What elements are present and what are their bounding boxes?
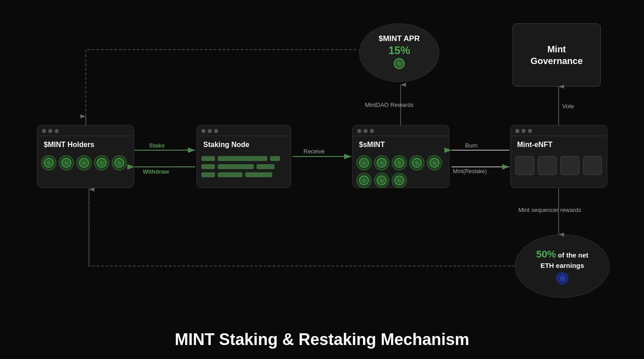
svg-text:↻: ↻ [397,60,402,67]
svg-text:↻: ↻ [65,161,69,166]
smint-coin-2: ↻ [374,155,389,170]
svg-text:↻: ↻ [100,161,104,166]
apr-title: $MINT APR [379,34,420,43]
staking-rows [197,152,291,181]
bar-long-1 [218,156,267,161]
bar-short-3 [201,164,215,169]
smint-coin-3: ↻ [392,155,407,170]
card-staking: Staking Node [196,125,291,188]
svg-text:↻: ↻ [380,178,384,184]
smint-coin-1: ↻ [356,155,372,170]
holders-coins: ↻ ↻ ↻ ↻ ↻ [37,152,134,173]
card-holders: $MINT Holders ↻ ↻ ↻ ↻ ↻ [37,125,134,188]
svg-text:⬡: ⬡ [560,276,565,281]
svg-text:↻: ↻ [415,161,419,166]
apr-icon: ↻ [393,58,405,72]
enft-sq-1 [515,156,534,175]
bar-short-4 [257,164,275,169]
smint-coin-5: ↻ [427,155,442,170]
smint-coin-4: ↻ [409,155,425,170]
label-vote: Vote [562,103,574,110]
svg-text:↻: ↻ [397,161,401,166]
enft-squares [511,152,607,179]
staking-row-2 [201,164,286,169]
card-enft: Mint-eNFT [510,125,607,188]
staking-titlebar [197,125,291,136]
dot3 [55,129,59,133]
card-smint: $sMINT ↻ ↻ ↻ ↻ ↻ ↻ ↻ ↻ [352,125,449,188]
coin-3: ↻ [76,155,92,170]
coin-4: ↻ [94,155,109,170]
enft-sq-2 [538,156,557,175]
bottom-title: MINT Staking & Restaking Mechanism [0,330,644,349]
svg-text:↻: ↻ [47,161,51,166]
smint-coin-6: ↻ [356,173,372,188]
staking-title: Staking Node [197,136,291,152]
smint-title: $sMINT [353,136,449,152]
governance-box: Mint Governance [513,23,601,87]
bar-short-1 [201,156,215,161]
dot8 [364,129,368,133]
dot12 [528,129,532,133]
coin-1: ↻ [41,155,56,170]
dot2 [48,129,52,133]
enft-titlebar [511,125,607,136]
smint-coins: ↻ ↻ ↻ ↻ ↻ ↻ ↻ ↻ [353,152,449,191]
bar-short-2 [270,156,280,161]
apr-percent: 15% [388,44,410,57]
eth-percent: 50% [536,249,556,260]
bar-short-5 [201,172,215,177]
svg-text:↻: ↻ [380,161,384,166]
smint-coin-8: ↻ [392,173,407,188]
svg-text:↻: ↻ [82,161,86,166]
smint-coin-7: ↻ [374,173,389,188]
enft-sq-3 [560,156,579,175]
dot5 [208,129,212,133]
holders-titlebar [37,125,134,136]
label-mint-restake: Mint(Restake) [453,168,487,175]
label-stake: Stake [149,142,165,149]
governance-text: Mint Governance [531,43,583,67]
eth-oval: 50% of the net ETH earnings ⬡ [515,235,610,298]
eth-line1: of the net [558,251,588,259]
svg-text:↻: ↻ [362,161,366,166]
svg-text:↻: ↻ [397,178,401,184]
dot11 [522,129,526,133]
label-mint-seq: Mint sequencer rewards [518,207,581,213]
coin-2: ↻ [59,155,74,170]
svg-text:↻: ↻ [117,161,121,166]
holders-title: $MINT Holders [37,136,134,152]
eth-icon: ⬡ [556,272,569,285]
label-receive: Receive [303,148,325,155]
staking-row-3 [201,172,286,177]
enft-title: Mint-eNFT [511,136,607,152]
coin-5: ↻ [112,155,127,170]
dot1 [42,129,46,133]
label-withdraw: Withdraw [143,168,169,175]
svg-text:↻: ↻ [433,161,437,166]
dot9 [370,129,374,133]
diagram: $MINT APR 15% ↻ Mint Governance $MINT Ho… [0,0,644,359]
dot4 [201,129,205,133]
dot6 [214,129,218,133]
bar-short-6 [245,172,272,177]
svg-text:↻: ↻ [362,178,366,184]
enft-sq-4 [583,156,602,175]
eth-line2: ETH earnings [541,262,584,269]
bar-long-3 [218,172,243,177]
dot10 [515,129,519,133]
smint-titlebar [353,125,449,136]
label-burn: Burn [465,142,477,149]
staking-row-1 [201,156,286,161]
dot7 [357,129,361,133]
label-mintdao: MintDAO Rewards [365,101,414,108]
eth-text: 50% of the net ETH earnings [536,248,588,270]
bar-long-2 [218,164,254,169]
apr-oval: $MINT APR 15% ↻ [359,23,439,82]
